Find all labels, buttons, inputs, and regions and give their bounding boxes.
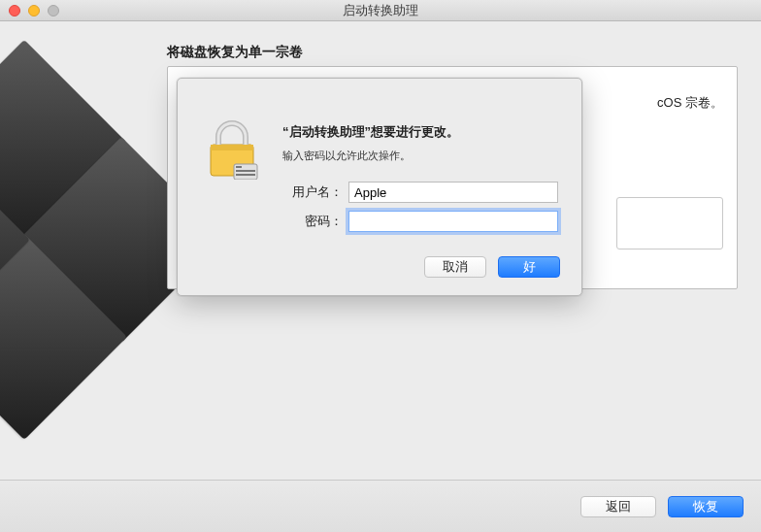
password-row: 密码： bbox=[282, 211, 558, 232]
password-label: 密码： bbox=[282, 213, 343, 230]
window-title: 启动转换助理 bbox=[0, 2, 761, 19]
svg-rect-1 bbox=[211, 145, 253, 150]
username-field[interactable] bbox=[348, 182, 558, 203]
back-button[interactable]: 返回 bbox=[580, 496, 656, 517]
bootcamp-logo bbox=[0, 89, 165, 458]
panel-text-fragment: cOS 宗卷。 bbox=[657, 94, 723, 112]
svg-rect-3 bbox=[236, 166, 242, 168]
ok-button[interactable]: 好 bbox=[498, 256, 560, 278]
svg-rect-5 bbox=[236, 174, 255, 176]
dialog-buttons: 取消 好 bbox=[424, 256, 560, 278]
dialog-subtitle: 输入密码以允许此次操作。 bbox=[282, 149, 411, 163]
username-row: 用户名： bbox=[282, 182, 558, 203]
cancel-button[interactable]: 取消 bbox=[424, 256, 486, 278]
svg-rect-4 bbox=[236, 170, 255, 172]
disk-box bbox=[616, 197, 723, 249]
restore-button[interactable]: 恢复 bbox=[668, 496, 744, 517]
dialog-title: “启动转换助理”想要进行更改。 bbox=[282, 123, 459, 141]
auth-dialog: “启动转换助理”想要进行更改。 输入密码以允许此次操作。 用户名： 密码： 取消… bbox=[177, 78, 582, 296]
lock-icon bbox=[201, 117, 263, 180]
password-field[interactable] bbox=[348, 211, 558, 232]
page-heading: 将磁盘恢复为单一宗卷 bbox=[167, 44, 303, 61]
titlebar: 启动转换助理 bbox=[0, 0, 761, 21]
footer-bar: 返回 恢复 bbox=[0, 480, 761, 532]
username-label: 用户名： bbox=[282, 183, 343, 201]
